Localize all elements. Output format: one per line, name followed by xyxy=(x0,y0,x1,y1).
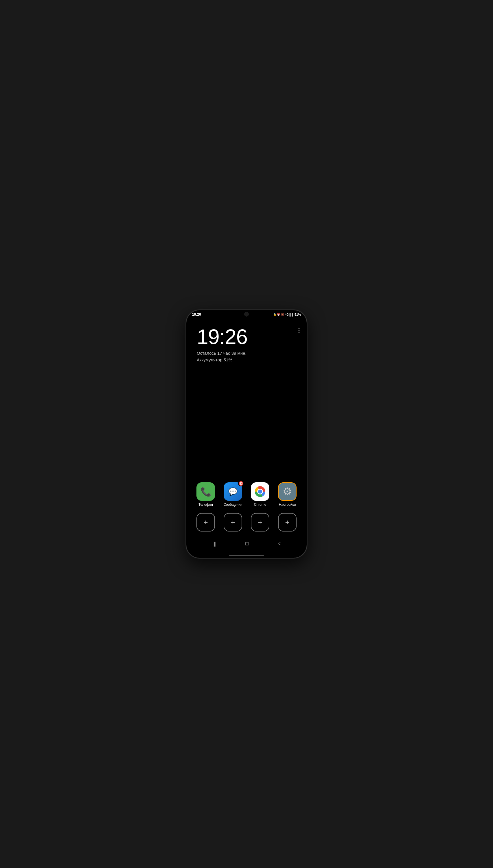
app-messages[interactable]: 💬 83 Сообщения xyxy=(221,482,244,507)
add-shortcut-2[interactable]: + xyxy=(223,513,242,531)
battery-percent: Аккумулятор 51% xyxy=(197,357,296,363)
app-settings[interactable]: ⚙ Настройки xyxy=(276,482,299,507)
time-remaining: Осталось 17 час 39 мин. xyxy=(197,350,296,357)
clock-section: 19:26 Осталось 17 час 39 мин. Аккумулято… xyxy=(186,318,307,363)
spacer xyxy=(186,363,307,479)
phone-icon: 📞 xyxy=(200,487,211,497)
status-icons: 🔒 ⏰ 🔕 4G ▌▌ 51% xyxy=(273,313,301,316)
signal-icon: 4G ▌▌ xyxy=(285,313,294,316)
apps-section: 📞 Телефон 💬 83 Сообщения xyxy=(186,479,307,509)
settings-gear-icon: ⚙ xyxy=(283,485,292,498)
phone-screen: 19:26 🔒 ⏰ 🔕 4G ▌▌ 51% ⋮ 19:26 Осталось 1… xyxy=(186,310,307,558)
volume-button xyxy=(307,395,307,413)
app-row: 📞 Телефон 💬 83 Сообщения xyxy=(192,482,301,507)
bottom-navigation: ||| □ < xyxy=(186,536,307,555)
add-shortcut-1[interactable]: + xyxy=(196,513,215,531)
power-button xyxy=(307,374,307,391)
home-button[interactable]: □ xyxy=(243,539,251,549)
settings-app-label: Настройки xyxy=(279,503,296,507)
battery-info: Осталось 17 час 39 мин. Аккумулятор 51% xyxy=(197,350,296,363)
screen-content: ⋮ 19:26 Осталось 17 час 39 мин. Аккумуля… xyxy=(186,318,307,558)
messages-badge: 83 xyxy=(238,481,244,486)
svg-point-3 xyxy=(258,490,262,494)
clock-display: 19:26 xyxy=(197,326,296,347)
messages-icon: 💬 xyxy=(228,487,238,496)
app-phone[interactable]: 📞 Телефон xyxy=(194,482,217,507)
battery-text: 51% xyxy=(295,313,301,316)
phone-app-icon: 📞 xyxy=(196,482,215,501)
chrome-app-label: Chrome xyxy=(254,503,266,507)
settings-app-icon: ⚙ xyxy=(278,482,297,501)
status-time: 19:26 xyxy=(192,312,201,317)
front-camera xyxy=(244,312,249,317)
plus-icon-1: + xyxy=(203,519,208,526)
plus-buttons-row: + + + + xyxy=(186,509,307,536)
messages-app-icon: 💬 83 xyxy=(223,482,242,501)
add-shortcut-3[interactable]: + xyxy=(251,513,270,531)
bottom-indicator xyxy=(229,555,264,556)
plus-icon-3: + xyxy=(258,519,262,526)
app-chrome[interactable]: Chrome xyxy=(249,482,272,507)
chrome-svg xyxy=(254,485,266,498)
chrome-app-icon xyxy=(251,482,270,501)
plus-icon-2: + xyxy=(231,519,235,526)
back-button[interactable]: < xyxy=(275,539,283,549)
plus-icon-4: + xyxy=(285,519,289,526)
notification-icons: 🔒 ⏰ 🔕 xyxy=(273,313,284,316)
messages-app-label: Сообщения xyxy=(223,503,242,507)
phone-app-label: Телефон xyxy=(198,503,213,507)
recent-apps-button[interactable]: ||| xyxy=(210,539,219,549)
phone-device: 19:26 🔒 ⏰ 🔕 4G ▌▌ 51% ⋮ 19:26 Осталось 1… xyxy=(186,309,307,559)
overflow-menu-button[interactable]: ⋮ xyxy=(296,327,302,334)
add-shortcut-4[interactable]: + xyxy=(278,513,297,531)
